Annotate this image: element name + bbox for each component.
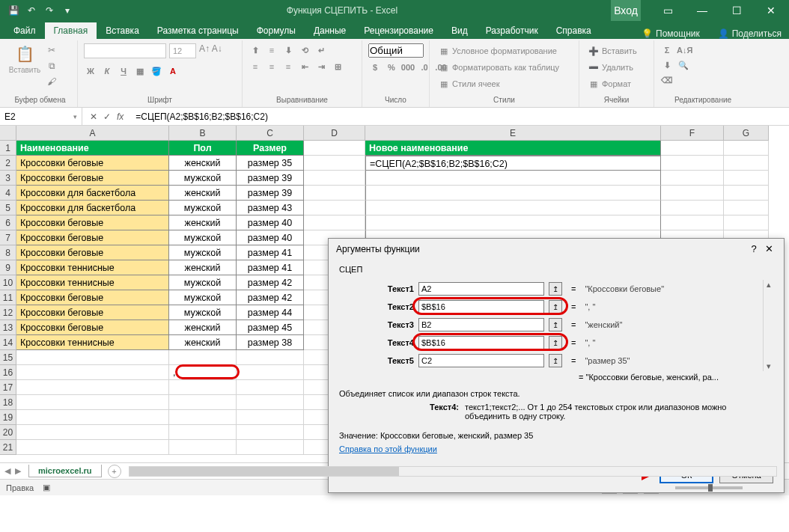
cell[interactable]: женский <box>169 156 237 171</box>
cell[interactable]: 15 <box>0 350 16 365</box>
cell[interactable]: 9 <box>0 260 16 275</box>
cell[interactable] <box>237 410 304 425</box>
collapse-ref-icon[interactable]: ↥ <box>549 318 562 331</box>
column-header[interactable]: C <box>237 126 304 141</box>
cell[interactable]: размер 44 <box>237 305 304 320</box>
cell[interactable]: 14 <box>0 335 16 350</box>
tab-home[interactable]: Главная <box>45 22 97 39</box>
font-name-combo[interactable] <box>84 43 166 58</box>
cell[interactable] <box>237 350 304 365</box>
tab-developer[interactable]: Разработчик <box>477 22 547 39</box>
cell[interactable] <box>169 440 237 455</box>
cell[interactable]: женский <box>169 335 237 350</box>
name-box[interactable]: E2 <box>0 108 82 125</box>
autosum-icon[interactable]: Σ <box>660 43 674 57</box>
cell[interactable] <box>304 201 365 215</box>
cell[interactable] <box>16 380 169 395</box>
cell[interactable] <box>724 156 769 171</box>
cell[interactable]: Кроссовки теннисные <box>16 335 169 350</box>
column-header[interactable]: E <box>365 126 661 141</box>
dialog-close-icon[interactable]: ✕ <box>761 243 776 254</box>
cell[interactable] <box>237 425 304 440</box>
tab-view[interactable]: Вид <box>442 22 477 39</box>
align-left-icon[interactable]: ≡ <box>249 60 262 73</box>
tab-data[interactable]: Данные <box>305 22 355 39</box>
copy-icon[interactable]: ⧉ <box>45 59 58 73</box>
cell[interactable] <box>304 186 365 201</box>
tell-me[interactable]: Помощник <box>656 28 700 39</box>
merge-icon[interactable]: ⊞ <box>331 60 344 73</box>
maximize-icon[interactable]: ☐ <box>722 0 752 21</box>
cell[interactable]: 8 <box>0 245 16 260</box>
dialog-help-icon[interactable]: ? <box>746 243 761 254</box>
cell[interactable]: Кроссовки беговые <box>16 320 169 335</box>
clear-icon[interactable]: ⌫ <box>660 73 674 87</box>
ribbon-options-icon[interactable]: ▭ <box>653 0 683 21</box>
cell[interactable]: размер 42 <box>237 275 304 290</box>
cell[interactable]: мужской <box>169 275 237 290</box>
cell[interactable]: 2 <box>0 156 16 171</box>
cell[interactable]: Наименование <box>16 141 169 156</box>
cell[interactable] <box>365 201 661 215</box>
collapse-ref-icon[interactable]: ↥ <box>549 354 562 367</box>
cell[interactable]: мужской <box>169 171 237 186</box>
align-right-icon[interactable]: ≡ <box>281 60 295 73</box>
tab-review[interactable]: Рецензирование <box>355 22 442 39</box>
collapse-ref-icon[interactable]: ↥ <box>549 336 562 349</box>
indent-increase-icon[interactable]: ⇥ <box>314 60 328 73</box>
border-icon[interactable]: ▦ <box>133 64 147 78</box>
cell[interactable] <box>304 171 365 186</box>
cell[interactable]: Новое наименование <box>365 141 661 156</box>
cell[interactable] <box>661 141 724 156</box>
enter-formula-icon[interactable]: ✓ <box>103 111 111 122</box>
cell[interactable] <box>237 395 304 410</box>
indent-decrease-icon[interactable]: ⇤ <box>298 60 311 73</box>
cell[interactable]: размер 38 <box>237 335 304 350</box>
bold-button[interactable]: Ж <box>84 64 97 78</box>
format-painter-icon[interactable]: 🖌 <box>45 75 58 88</box>
cell[interactable] <box>724 186 769 201</box>
fill-icon[interactable]: ⬇ <box>660 58 674 72</box>
cell[interactable]: размер 45 <box>237 320 304 335</box>
cell[interactable]: 3 <box>0 171 16 186</box>
font-color-icon[interactable]: A <box>166 64 180 78</box>
cell[interactable]: мужской <box>169 245 237 260</box>
cell[interactable]: женский <box>169 260 237 275</box>
delete-cells-button[interactable]: ➖Удалить <box>585 60 636 75</box>
share-button[interactable]: Поделиться <box>732 28 782 39</box>
cell[interactable] <box>237 365 304 380</box>
cell[interactable]: Кроссовки беговые <box>16 245 169 260</box>
cell[interactable] <box>16 425 169 440</box>
cell[interactable]: размер 35 <box>237 156 304 171</box>
cell[interactable] <box>169 395 237 410</box>
cell[interactable] <box>304 141 365 156</box>
cell[interactable]: размер 41 <box>237 260 304 275</box>
column-header[interactable]: B <box>169 126 237 141</box>
add-sheet-button[interactable]: + <box>108 465 121 478</box>
fx-icon[interactable]: fx <box>117 111 124 122</box>
cell[interactable] <box>16 365 169 380</box>
args-scrollbar[interactable]: ▴ ▾ <box>763 280 773 371</box>
cell[interactable]: Кроссовки беговые <box>16 215 169 230</box>
cell[interactable]: 12 <box>0 305 16 320</box>
cell[interactable] <box>169 380 237 395</box>
cell[interactable] <box>724 171 769 186</box>
number-format-combo[interactable] <box>368 43 424 58</box>
cell[interactable] <box>365 215 661 230</box>
cell[interactable]: 11 <box>0 290 16 305</box>
redo-icon[interactable]: ↷ <box>43 4 55 16</box>
cell[interactable] <box>169 350 237 365</box>
cell[interactable]: Кроссовки беговые <box>16 171 169 186</box>
function-help-link[interactable]: Справка по этой функции <box>339 444 437 453</box>
collapse-ref-icon[interactable]: ↥ <box>549 282 562 296</box>
cell[interactable]: мужской <box>169 290 237 305</box>
cell[interactable] <box>16 395 169 410</box>
macro-record-icon[interactable]: ▣ <box>43 483 50 492</box>
cell[interactable]: женский <box>169 186 237 201</box>
cancel-formula-icon[interactable]: ✕ <box>90 111 97 122</box>
align-bottom-icon[interactable]: ⬇ <box>281 43 295 57</box>
cell[interactable]: 7 <box>0 230 16 245</box>
comma-icon[interactable]: 000 <box>401 61 415 74</box>
cell[interactable]: Кроссовки теннисные <box>16 275 169 290</box>
cell[interactable] <box>16 350 169 365</box>
